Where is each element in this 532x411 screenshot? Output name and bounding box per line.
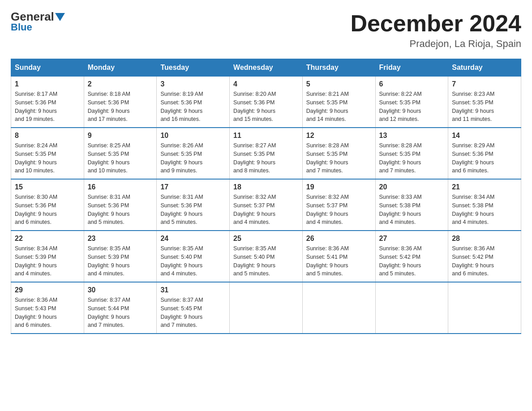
day-info: Sunrise: 8:21 AM Sunset: 5:35 PM Dayligh… [306,90,372,124]
day-info: Sunrise: 8:36 AM Sunset: 5:43 PM Dayligh… [15,296,80,330]
calendar-cell [375,282,448,334]
day-info: Sunrise: 8:31 AM Sunset: 5:36 PM Dayligh… [160,193,226,227]
day-number: 29 [15,286,80,294]
week-row-3: 15 Sunrise: 8:30 AM Sunset: 5:36 PM Dayl… [11,179,521,231]
day-number: 1 [15,80,80,88]
day-number: 19 [306,183,372,191]
day-info: Sunrise: 8:34 AM Sunset: 5:38 PM Dayligh… [452,193,517,227]
calendar-cell: 30 Sunrise: 8:37 AM Sunset: 5:44 PM Dayl… [84,282,157,334]
logo-triangle-icon [55,13,65,21]
col-tuesday: Tuesday [157,59,230,77]
week-row-2: 8 Sunrise: 8:24 AM Sunset: 5:35 PM Dayli… [11,128,521,179]
day-info: Sunrise: 8:36 AM Sunset: 5:42 PM Dayligh… [379,244,445,278]
calendar-cell: 14 Sunrise: 8:29 AM Sunset: 5:36 PM Dayl… [448,128,521,179]
calendar-cell: 23 Sunrise: 8:35 AM Sunset: 5:39 PM Dayl… [84,231,157,282]
day-number: 4 [233,80,299,88]
calendar-cell: 5 Sunrise: 8:21 AM Sunset: 5:35 PM Dayli… [302,77,375,128]
day-info: Sunrise: 8:28 AM Sunset: 5:35 PM Dayligh… [306,141,372,175]
calendar-cell [448,282,521,334]
calendar-cell [302,282,375,334]
calendar-cell: 17 Sunrise: 8:31 AM Sunset: 5:36 PM Dayl… [157,179,230,231]
calendar-cell [230,282,303,334]
day-info: Sunrise: 8:30 AM Sunset: 5:36 PM Dayligh… [15,193,80,227]
calendar-cell: 28 Sunrise: 8:36 AM Sunset: 5:42 PM Dayl… [448,231,521,282]
day-info: Sunrise: 8:31 AM Sunset: 5:36 PM Dayligh… [88,193,153,227]
day-info: Sunrise: 8:37 AM Sunset: 5:45 PM Dayligh… [160,296,226,330]
day-number: 30 [88,286,153,294]
calendar-header-row: Sunday Monday Tuesday Wednesday Thursday… [11,59,521,77]
day-number: 12 [306,132,372,140]
day-number: 15 [15,183,80,191]
calendar-cell: 7 Sunrise: 8:23 AM Sunset: 5:35 PM Dayli… [448,77,521,128]
day-number: 3 [160,80,226,88]
calendar-cell: 4 Sunrise: 8:20 AM Sunset: 5:36 PM Dayli… [230,77,303,128]
day-info: Sunrise: 8:17 AM Sunset: 5:36 PM Dayligh… [15,90,80,124]
calendar-cell: 10 Sunrise: 8:26 AM Sunset: 5:35 PM Dayl… [157,128,230,179]
day-number: 11 [233,132,299,140]
calendar-cell: 8 Sunrise: 8:24 AM Sunset: 5:35 PM Dayli… [11,128,84,179]
day-number: 13 [379,132,445,140]
calendar-cell: 29 Sunrise: 8:36 AM Sunset: 5:43 PM Dayl… [11,282,84,334]
col-saturday: Saturday [448,59,521,77]
day-info: Sunrise: 8:35 AM Sunset: 5:40 PM Dayligh… [160,244,226,278]
day-number: 23 [88,235,153,243]
day-info: Sunrise: 8:23 AM Sunset: 5:35 PM Dayligh… [452,90,517,124]
day-info: Sunrise: 8:20 AM Sunset: 5:36 PM Dayligh… [233,90,299,124]
logo-general: General [11,11,54,22]
svg-marker-0 [55,13,65,21]
day-number: 27 [379,235,445,243]
day-number: 14 [452,132,517,140]
calendar-cell: 24 Sunrise: 8:35 AM Sunset: 5:40 PM Dayl… [157,231,230,282]
day-number: 26 [306,235,372,243]
day-number: 6 [379,80,445,88]
day-number: 9 [88,132,153,140]
calendar-cell: 22 Sunrise: 8:34 AM Sunset: 5:39 PM Dayl… [11,231,84,282]
calendar-cell: 20 Sunrise: 8:33 AM Sunset: 5:38 PM Dayl… [375,179,448,231]
day-number: 10 [160,132,226,140]
day-info: Sunrise: 8:32 AM Sunset: 5:37 PM Dayligh… [306,193,372,227]
day-info: Sunrise: 8:24 AM Sunset: 5:35 PM Dayligh… [15,141,80,175]
day-number: 2 [88,80,153,88]
calendar-cell: 19 Sunrise: 8:32 AM Sunset: 5:37 PM Dayl… [302,179,375,231]
calendar-cell: 31 Sunrise: 8:37 AM Sunset: 5:45 PM Dayl… [157,282,230,334]
title-block: December 2024 Pradejon, La Rioja, Spain [350,11,521,50]
day-info: Sunrise: 8:36 AM Sunset: 5:41 PM Dayligh… [306,244,372,278]
day-number: 21 [452,183,517,191]
calendar-cell: 25 Sunrise: 8:35 AM Sunset: 5:40 PM Dayl… [230,231,303,282]
calendar-cell: 21 Sunrise: 8:34 AM Sunset: 5:38 PM Dayl… [448,179,521,231]
col-thursday: Thursday [302,59,375,77]
calendar-cell: 27 Sunrise: 8:36 AM Sunset: 5:42 PM Dayl… [375,231,448,282]
calendar-cell: 11 Sunrise: 8:27 AM Sunset: 5:35 PM Dayl… [230,128,303,179]
day-number: 5 [306,80,372,88]
day-number: 8 [15,132,80,140]
day-info: Sunrise: 8:36 AM Sunset: 5:42 PM Dayligh… [452,244,517,278]
day-number: 31 [160,286,226,294]
day-info: Sunrise: 8:25 AM Sunset: 5:35 PM Dayligh… [88,141,153,175]
day-number: 18 [233,183,299,191]
location-title: Pradejon, La Rioja, Spain [350,38,521,50]
day-info: Sunrise: 8:27 AM Sunset: 5:35 PM Dayligh… [233,141,299,175]
calendar-cell: 18 Sunrise: 8:32 AM Sunset: 5:37 PM Dayl… [230,179,303,231]
week-row-4: 22 Sunrise: 8:34 AM Sunset: 5:39 PM Dayl… [11,231,521,282]
day-info: Sunrise: 8:34 AM Sunset: 5:39 PM Dayligh… [15,244,80,278]
calendar-table: Sunday Monday Tuesday Wednesday Thursday… [11,59,521,334]
calendar-cell: 15 Sunrise: 8:30 AM Sunset: 5:36 PM Dayl… [11,179,84,231]
day-info: Sunrise: 8:35 AM Sunset: 5:39 PM Dayligh… [88,244,153,278]
month-title: December 2024 [350,11,521,36]
day-number: 20 [379,183,445,191]
day-info: Sunrise: 8:37 AM Sunset: 5:44 PM Dayligh… [88,296,153,330]
col-wednesday: Wednesday [230,59,303,77]
day-info: Sunrise: 8:29 AM Sunset: 5:36 PM Dayligh… [452,141,517,175]
page-header: General Blue December 2024 Pradejon, La … [11,11,521,50]
calendar-cell: 12 Sunrise: 8:28 AM Sunset: 5:35 PM Dayl… [302,128,375,179]
day-info: Sunrise: 8:22 AM Sunset: 5:35 PM Dayligh… [379,90,445,124]
calendar-cell: 26 Sunrise: 8:36 AM Sunset: 5:41 PM Dayl… [302,231,375,282]
day-info: Sunrise: 8:33 AM Sunset: 5:38 PM Dayligh… [379,193,445,227]
day-info: Sunrise: 8:26 AM Sunset: 5:35 PM Dayligh… [160,141,226,175]
calendar-cell: 1 Sunrise: 8:17 AM Sunset: 5:36 PM Dayli… [11,77,84,128]
week-row-1: 1 Sunrise: 8:17 AM Sunset: 5:36 PM Dayli… [11,77,521,128]
day-info: Sunrise: 8:35 AM Sunset: 5:40 PM Dayligh… [233,244,299,278]
col-friday: Friday [375,59,448,77]
calendar-cell: 2 Sunrise: 8:18 AM Sunset: 5:36 PM Dayli… [84,77,157,128]
day-number: 7 [452,80,517,88]
